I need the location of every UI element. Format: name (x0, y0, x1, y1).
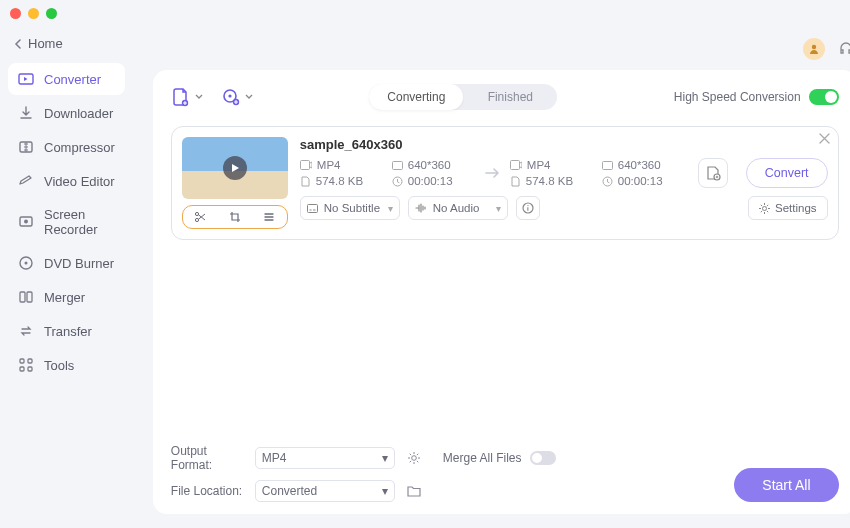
output-format-label: Output Format: (171, 444, 247, 472)
effects-button[interactable] (252, 206, 287, 228)
sidebar-item-label: Merger (44, 290, 85, 305)
convert-button[interactable]: Convert (746, 158, 828, 188)
add-disc-button[interactable] (221, 87, 253, 107)
start-all-button[interactable]: Start All (734, 468, 838, 502)
svg-rect-9 (28, 359, 32, 363)
sidebar-item-video-editor[interactable]: Video Editor (8, 165, 125, 197)
video-icon (510, 160, 522, 170)
output-preset-button[interactable] (698, 158, 728, 188)
resolution-icon (392, 160, 403, 171)
file-location-label: File Location: (171, 484, 247, 498)
sidebar-item-compressor[interactable]: Compressor (8, 131, 125, 163)
header (153, 34, 850, 64)
footer: Output Format: MP4 ▾ Merge All Files (171, 444, 839, 502)
window-close-button[interactable] (10, 8, 21, 19)
svg-rect-23 (602, 161, 612, 169)
titlebar (0, 0, 850, 26)
preset-icon (705, 165, 721, 181)
sidebar-item-dvd-burner[interactable]: DVD Burner (8, 247, 125, 279)
remove-file-button[interactable] (819, 133, 830, 144)
add-file-button[interactable] (171, 87, 203, 107)
source-meta: MP4 640*360 574.8 KB 00:00:13 (300, 159, 476, 187)
tools-icon (18, 357, 34, 373)
file-icon (300, 176, 311, 187)
crop-button[interactable] (217, 206, 252, 228)
folder-icon (407, 485, 421, 497)
arrow-right-icon (484, 166, 502, 180)
svg-point-3 (24, 220, 28, 224)
sidebar-item-transfer[interactable]: Transfer (8, 315, 125, 347)
sidebar-item-label: Compressor (44, 140, 115, 155)
audio-select[interactable]: No Audio ▾ (408, 196, 508, 220)
svg-rect-6 (20, 292, 25, 302)
trim-button[interactable] (183, 206, 218, 228)
chevron-down-icon: ▾ (382, 484, 388, 498)
chevron-down-icon: ▾ (382, 451, 388, 465)
sidebar-item-merger[interactable]: Merger (8, 281, 125, 313)
main: Converting Finished High Speed Conversio… (133, 26, 850, 528)
chevron-down-icon (245, 94, 253, 100)
tab-finished[interactable]: Finished (463, 84, 557, 110)
file-location-select[interactable]: Converted ▾ (255, 480, 395, 502)
compressor-icon (18, 139, 34, 155)
high-speed-toggle[interactable] (809, 89, 839, 105)
target-meta: MP4 640*360 574.8 KB 00:00:13 (510, 159, 686, 187)
merge-toggle[interactable] (530, 451, 556, 465)
svg-point-12 (811, 45, 815, 49)
downloader-icon (18, 105, 34, 121)
transfer-icon (18, 323, 34, 339)
sidebar-item-label: Video Editor (44, 174, 115, 189)
list-icon (263, 211, 275, 223)
settings-button[interactable]: Settings (748, 196, 828, 220)
avatar[interactable] (803, 38, 825, 60)
svg-rect-19 (300, 161, 309, 170)
sidebar: Home Converter Downloader Compressor Vid… (0, 26, 133, 528)
chevron-down-icon (195, 94, 203, 100)
subtitle-select[interactable]: No Subtitle ▾ (300, 196, 400, 220)
file-item: sample_640x360 MP4 640*360 574.8 KB 00:0… (171, 126, 839, 240)
sidebar-item-downloader[interactable]: Downloader (8, 97, 125, 129)
tab-switch: Converting Finished (369, 84, 557, 110)
video-thumbnail (182, 137, 288, 199)
svg-point-18 (196, 218, 199, 221)
merger-icon (18, 289, 34, 305)
svg-rect-26 (307, 204, 317, 212)
headset-icon[interactable] (835, 38, 850, 60)
clock-icon (602, 176, 613, 187)
open-folder-button[interactable] (403, 480, 425, 502)
video-icon (300, 160, 312, 170)
sidebar-item-converter[interactable]: Converter (8, 63, 125, 95)
svg-rect-20 (392, 161, 402, 169)
burner-icon (18, 255, 34, 271)
toolbar: Converting Finished High Speed Conversio… (171, 84, 839, 110)
play-button[interactable] (223, 156, 247, 180)
sidebar-item-tools[interactable]: Tools (8, 349, 125, 381)
svg-rect-8 (20, 359, 24, 363)
output-format-select[interactable]: MP4 ▾ (255, 447, 395, 469)
svg-point-29 (411, 456, 416, 461)
svg-point-15 (228, 94, 231, 97)
add-file-icon (171, 87, 191, 107)
info-button[interactable] (516, 196, 540, 220)
svg-rect-7 (27, 292, 32, 302)
sidebar-item-screen-recorder[interactable]: Screen Recorder (8, 199, 125, 245)
clock-icon (392, 176, 403, 187)
editor-icon (18, 173, 34, 189)
gear-icon (759, 203, 770, 214)
svg-rect-10 (20, 367, 24, 371)
high-speed-row: High Speed Conversion (674, 89, 839, 105)
sidebar-item-label: Tools (44, 358, 74, 373)
audio-icon (415, 203, 427, 213)
tab-converting[interactable]: Converting (369, 84, 463, 110)
chevron-down-icon: ▾ (388, 203, 393, 214)
window-zoom-button[interactable] (46, 8, 57, 19)
recorder-icon (18, 214, 34, 230)
window-minimize-button[interactable] (28, 8, 39, 19)
resolution-icon (602, 160, 613, 171)
home-link[interactable]: Home (8, 32, 125, 55)
crop-icon (229, 211, 241, 223)
svg-rect-11 (28, 367, 32, 371)
format-settings-button[interactable] (403, 447, 425, 469)
content-card: Converting Finished High Speed Conversio… (153, 70, 850, 514)
sidebar-item-label: Screen Recorder (44, 207, 115, 237)
